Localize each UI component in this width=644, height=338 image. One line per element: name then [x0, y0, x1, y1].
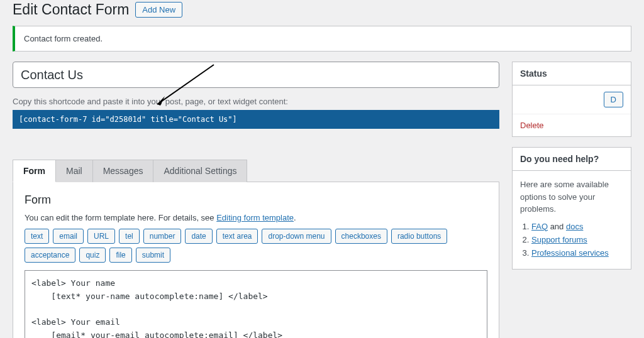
tab-form[interactable]: Form — [13, 160, 56, 182]
notice-text: Contact form created. — [24, 34, 103, 43]
success-notice: Contact form created. — [13, 26, 631, 52]
help-item-professional: Professional services — [531, 248, 623, 258]
status-heading: Status — [513, 62, 631, 85]
duplicate-button[interactable]: D — [604, 92, 623, 107]
tag-file-button[interactable]: file — [109, 248, 131, 263]
tag-number-button[interactable]: number — [143, 229, 182, 244]
tag-textarea-button[interactable]: text area — [216, 229, 258, 244]
tab-messages[interactable]: Messages — [93, 160, 154, 182]
tab-additional-settings[interactable]: Additional Settings — [153, 160, 247, 182]
tag-acceptance-button[interactable]: acceptance — [25, 248, 75, 263]
help-intro: Here are some available options to solve… — [520, 178, 623, 215]
tag-url-button[interactable]: URL — [87, 229, 115, 244]
support-forums-link[interactable]: Support forums — [531, 235, 587, 244]
tab-panel-form: Form You can edit the form template here… — [13, 182, 499, 338]
tab-list: Form Mail Messages Additional Settings — [13, 160, 499, 182]
docs-link[interactable]: docs — [566, 222, 583, 231]
tag-date-button[interactable]: date — [185, 229, 212, 244]
help-postbox: Do you need help? Here are some availabl… — [512, 147, 631, 270]
tag-radio-button[interactable]: radio buttons — [391, 229, 447, 244]
shortcode-instruction: Copy this shortcode and paste it into yo… — [13, 97, 499, 106]
tag-tel-button[interactable]: tel — [119, 229, 140, 244]
tag-button-row: text email URL tel number date text area… — [25, 229, 487, 263]
form-panel-heading: Form — [25, 194, 487, 207]
tag-email-button[interactable]: email — [53, 229, 84, 244]
editing-template-link[interactable]: Editing form template — [216, 213, 294, 222]
status-postbox: Status D Delete — [512, 62, 631, 137]
tag-dropdown-button[interactable]: drop-down menu — [262, 229, 331, 244]
faq-link[interactable]: FAQ — [531, 222, 548, 231]
add-new-button[interactable]: Add New — [135, 2, 182, 18]
help-link-list: FAQ and docs Support forums Professional… — [520, 222, 623, 258]
help-item-faq-docs: FAQ and docs — [531, 222, 623, 231]
tag-checkboxes-button[interactable]: checkboxes — [335, 229, 387, 244]
tab-mail[interactable]: Mail — [56, 160, 93, 182]
form-title-input[interactable] — [13, 62, 499, 88]
page-title: Edit Contact Form — [13, 1, 129, 18]
help-item-support: Support forums — [531, 235, 623, 244]
help-heading: Do you need help? — [513, 148, 631, 171]
form-template-textarea[interactable] — [25, 270, 487, 338]
tag-submit-button[interactable]: submit — [136, 248, 170, 263]
delete-link[interactable]: Delete — [513, 114, 552, 136]
tag-text-button[interactable]: text — [25, 229, 49, 244]
tag-quiz-button[interactable]: quiz — [79, 248, 106, 263]
professional-services-link[interactable]: Professional services — [531, 248, 609, 258]
form-panel-description: You can edit the form template here. For… — [25, 213, 487, 222]
shortcode-display[interactable]: [contact-form-7 id="d25801d" title="Cont… — [13, 110, 499, 129]
